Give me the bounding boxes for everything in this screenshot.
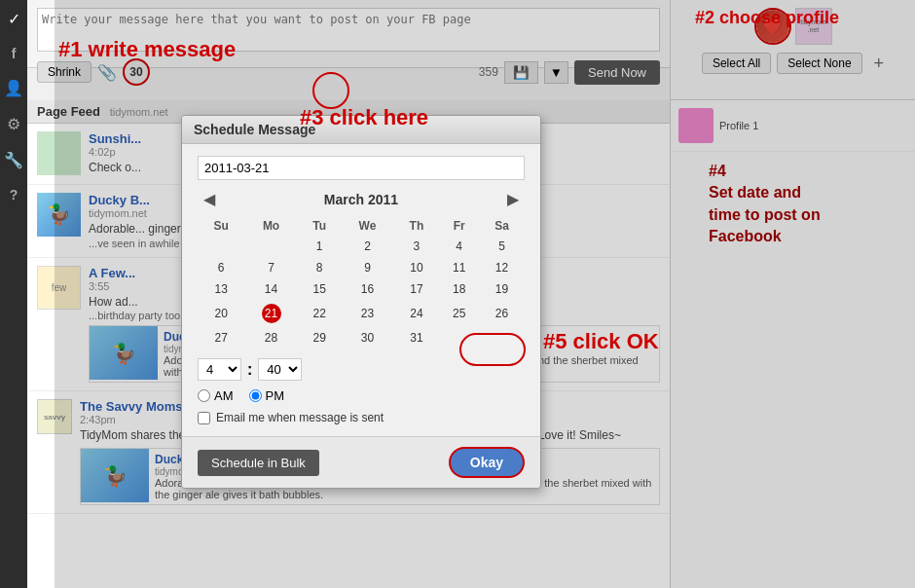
calendar-day-cell[interactable]: 8 bbox=[298, 257, 342, 278]
modal-body: ◀ March 2011 ▶ SuMoTuWeThFrSa 1234567891… bbox=[182, 144, 540, 436]
calendar-day-header: Fr bbox=[439, 216, 479, 236]
am-radio-label[interactable]: AM bbox=[198, 388, 234, 403]
check-icon[interactable]: ✓ bbox=[8, 10, 20, 28]
time-row: 4123 5678 9101112 : 40000510 15202530 35… bbox=[198, 358, 525, 381]
time-colon: : bbox=[247, 361, 252, 379]
calendar-day-cell[interactable]: 28 bbox=[244, 327, 297, 349]
calendar-day-header: We bbox=[342, 216, 394, 236]
sidebar: ✓ f 👤 ⚙ 🔧 ? bbox=[0, 0, 27, 588]
minute-select[interactable]: 40000510 15202530 35455055 bbox=[258, 358, 302, 381]
calendar-day-cell[interactable]: 26 bbox=[479, 300, 525, 327]
main-area: Shrink 📎 30 359 💾 ▼ Send Now ❤️ tidymom.… bbox=[27, 0, 915, 588]
calendar-day-header: Th bbox=[393, 216, 439, 236]
calendar-day-cell[interactable]: 29 bbox=[298, 327, 342, 349]
calendar-day-cell[interactable]: 12 bbox=[479, 257, 525, 278]
calendar-day-cell[interactable]: 22 bbox=[298, 300, 342, 327]
user-icon[interactable]: 👤 bbox=[4, 79, 23, 97]
pm-radio[interactable] bbox=[249, 389, 262, 402]
okay-button[interactable]: Okay bbox=[449, 447, 525, 478]
calendar-day-cell[interactable]: 21 bbox=[244, 300, 297, 327]
calendar-day-cell[interactable]: 5 bbox=[479, 236, 525, 257]
calendar-day-cell[interactable]: 6 bbox=[198, 257, 244, 278]
hour-select[interactable]: 4123 5678 9101112 bbox=[198, 358, 241, 381]
calendar-day-cell[interactable]: 31 bbox=[393, 327, 439, 349]
gear-icon[interactable]: ⚙ bbox=[7, 115, 20, 133]
calendar-day-cell[interactable]: 15 bbox=[298, 278, 342, 300]
modal-footer: Schedule in Bulk Okay bbox=[182, 436, 540, 488]
calendar-day-cell[interactable]: 16 bbox=[342, 278, 394, 300]
calendar-day-cell[interactable]: 1 bbox=[298, 236, 342, 257]
am-radio[interactable] bbox=[198, 389, 210, 402]
calendar-table: SuMoTuWeThFrSa 1234567891011121314151617… bbox=[198, 216, 525, 349]
calendar-day-cell[interactable]: 27 bbox=[198, 327, 244, 349]
prev-month-button[interactable]: ◀ bbox=[198, 190, 221, 208]
calendar-day-cell[interactable]: 25 bbox=[439, 300, 479, 327]
calendar-nav: ◀ March 2011 ▶ bbox=[198, 190, 525, 208]
calendar-day-header: Mo bbox=[244, 216, 297, 236]
calendar-day-cell bbox=[439, 327, 479, 349]
next-month-button[interactable]: ▶ bbox=[501, 190, 525, 208]
email-label: Email me when message is sent bbox=[216, 411, 384, 424]
facebook-icon[interactable]: f bbox=[12, 46, 17, 61]
calendar-day-cell[interactable]: 24 bbox=[393, 300, 439, 327]
calendar-day-cell bbox=[479, 327, 525, 349]
modal-overlay[interactable]: Schedule Message ◀ March 2011 ▶ SuMoTuWe… bbox=[55, 0, 915, 588]
calendar-day-cell[interactable]: 4 bbox=[439, 236, 479, 257]
pm-label: PM bbox=[266, 388, 285, 403]
question-icon[interactable]: ? bbox=[10, 187, 18, 202]
date-input[interactable] bbox=[198, 156, 525, 180]
calendar-day-cell[interactable]: 2 bbox=[342, 236, 394, 257]
calendar-day-cell[interactable]: 18 bbox=[439, 278, 479, 300]
calendar-day-cell[interactable]: 3 bbox=[393, 236, 439, 257]
calendar-day-cell[interactable]: 17 bbox=[393, 278, 439, 300]
pm-radio-label[interactable]: PM bbox=[249, 388, 285, 403]
calendar-day-cell[interactable]: 14 bbox=[244, 278, 297, 300]
calendar-day-cell[interactable]: 10 bbox=[393, 257, 439, 278]
am-label: AM bbox=[214, 388, 234, 403]
email-checkbox[interactable] bbox=[198, 412, 210, 424]
email-checkbox-row: Email me when message is sent bbox=[198, 411, 525, 424]
schedule-bulk-button[interactable]: Schedule in Bulk bbox=[198, 450, 319, 476]
calendar-day-header: Tu bbox=[298, 216, 342, 236]
calendar-day-cell[interactable]: 9 bbox=[342, 257, 394, 278]
calendar-day-cell[interactable]: 20 bbox=[198, 300, 244, 327]
calendar-day-cell[interactable]: 13 bbox=[198, 278, 244, 300]
calendar-day-cell[interactable]: 30 bbox=[342, 327, 394, 349]
modal-title: Schedule Message bbox=[182, 116, 540, 144]
calendar-day-cell bbox=[244, 236, 297, 257]
calendar-day-header: Sa bbox=[479, 216, 525, 236]
calendar-month-label: March 2011 bbox=[324, 192, 398, 207]
ampm-row: AM PM bbox=[198, 388, 525, 403]
calendar-day-cell[interactable]: 7 bbox=[244, 257, 297, 278]
wrench-icon[interactable]: 🔧 bbox=[4, 151, 23, 169]
calendar-day-cell[interactable]: 11 bbox=[439, 257, 479, 278]
calendar: ◀ March 2011 ▶ SuMoTuWeThFrSa 1234567891… bbox=[198, 190, 525, 349]
calendar-day-cell bbox=[198, 236, 244, 257]
calendar-day-cell[interactable]: 19 bbox=[479, 278, 525, 300]
calendar-day-header: Su bbox=[198, 216, 244, 236]
schedule-modal: Schedule Message ◀ March 2011 ▶ SuMoTuWe… bbox=[181, 115, 541, 489]
calendar-day-cell[interactable]: 23 bbox=[342, 300, 394, 327]
